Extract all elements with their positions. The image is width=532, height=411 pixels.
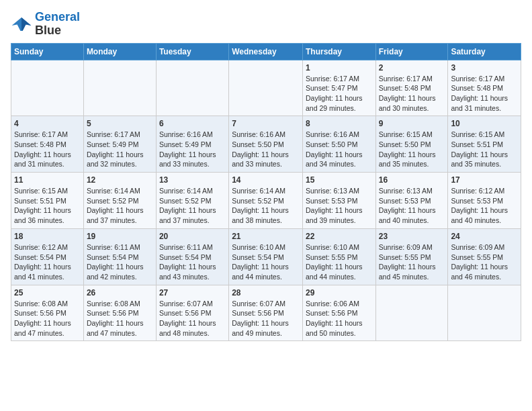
day-info: Sunrise: 6:09 AM Sunset: 5:55 PM Dayligh… (451, 242, 518, 282)
day-info: Sunrise: 6:16 AM Sunset: 5:49 PM Dayligh… (159, 130, 226, 169)
day-info: Sunrise: 6:16 AM Sunset: 5:50 PM Dayligh… (232, 130, 300, 169)
day-info: Sunrise: 6:08 AM Sunset: 5:56 PM Dayligh… (87, 299, 153, 338)
day-number: 9 (379, 119, 445, 128)
calendar-cell: 29Sunrise: 6:06 AM Sunset: 5:56 PM Dayli… (302, 285, 375, 341)
day-number: 12 (87, 175, 153, 185)
week-row-0: 1Sunrise: 6:17 AM Sunset: 5:47 PM Daylig… (11, 60, 521, 116)
week-row-4: 25Sunrise: 6:08 AM Sunset: 5:56 PM Dayli… (11, 285, 521, 341)
calendar-cell: 10Sunrise: 6:15 AM Sunset: 5:51 PM Dayli… (448, 116, 521, 173)
calendar-cell: 17Sunrise: 6:12 AM Sunset: 5:53 PM Dayli… (448, 173, 521, 229)
day-number: 18 (14, 232, 81, 241)
day-info: Sunrise: 6:15 AM Sunset: 5:50 PM Dayligh… (379, 130, 445, 169)
calendar-cell: 28Sunrise: 6:07 AM Sunset: 5:56 PM Dayli… (229, 285, 303, 341)
calendar-cell: 16Sunrise: 6:13 AM Sunset: 5:53 PM Dayli… (375, 173, 448, 229)
day-info: Sunrise: 6:14 AM Sunset: 5:52 PM Dayligh… (232, 186, 300, 226)
day-info: Sunrise: 6:16 AM Sunset: 5:50 PM Dayligh… (306, 130, 373, 169)
day-info: Sunrise: 6:17 AM Sunset: 5:49 PM Dayligh… (87, 130, 153, 169)
day-number: 16 (379, 175, 445, 185)
day-number: 25 (14, 288, 81, 298)
day-number: 22 (306, 232, 373, 241)
calendar-cell (448, 285, 521, 341)
day-number: 19 (87, 232, 153, 241)
day-number: 7 (232, 119, 300, 128)
week-row-2: 11Sunrise: 6:15 AM Sunset: 5:51 PM Dayli… (11, 173, 521, 229)
svg-marker-1 (21, 17, 31, 31)
calendar-cell: 14Sunrise: 6:14 AM Sunset: 5:52 PM Dayli… (229, 173, 303, 229)
day-info: Sunrise: 6:14 AM Sunset: 5:52 PM Dayligh… (87, 186, 153, 226)
calendar-cell: 13Sunrise: 6:14 AM Sunset: 5:52 PM Dayli… (156, 173, 228, 229)
day-info: Sunrise: 6:15 AM Sunset: 5:51 PM Dayligh… (451, 130, 518, 169)
calendar-cell (229, 60, 303, 116)
calendar-cell: 22Sunrise: 6:10 AM Sunset: 5:55 PM Dayli… (302, 228, 375, 285)
day-info: Sunrise: 6:17 AM Sunset: 5:48 PM Dayligh… (14, 130, 81, 169)
day-number: 10 (451, 119, 518, 128)
col-header-thursday: Thursday (302, 43, 375, 60)
week-row-1: 4Sunrise: 6:17 AM Sunset: 5:48 PM Daylig… (11, 116, 521, 173)
calendar-cell: 21Sunrise: 6:10 AM Sunset: 5:54 PM Dayli… (229, 228, 303, 285)
day-number: 26 (87, 288, 153, 298)
calendar-cell: 24Sunrise: 6:09 AM Sunset: 5:55 PM Dayli… (448, 228, 521, 285)
calendar-cell: 26Sunrise: 6:08 AM Sunset: 5:56 PM Dayli… (83, 285, 156, 341)
col-header-tuesday: Tuesday (156, 43, 228, 60)
day-number: 27 (159, 288, 226, 298)
calendar-cell: 8Sunrise: 6:16 AM Sunset: 5:50 PM Daylig… (302, 116, 375, 173)
logo: General Blue (11, 11, 80, 38)
day-number: 5 (87, 119, 153, 128)
calendar-cell: 3Sunrise: 6:17 AM Sunset: 5:48 PM Daylig… (448, 60, 521, 116)
logo-text: General Blue (35, 11, 80, 38)
calendar-cell: 4Sunrise: 6:17 AM Sunset: 5:48 PM Daylig… (11, 116, 84, 173)
day-number: 20 (159, 232, 226, 241)
calendar-cell: 19Sunrise: 6:11 AM Sunset: 5:54 PM Dayli… (83, 228, 156, 285)
calendar-cell: 20Sunrise: 6:11 AM Sunset: 5:54 PM Dayli… (156, 228, 228, 285)
day-info: Sunrise: 6:06 AM Sunset: 5:56 PM Dayligh… (306, 299, 373, 338)
day-number: 23 (379, 232, 445, 241)
calendar-cell: 1Sunrise: 6:17 AM Sunset: 5:47 PM Daylig… (302, 60, 375, 116)
day-number: 21 (232, 232, 300, 241)
day-info: Sunrise: 6:12 AM Sunset: 5:54 PM Dayligh… (14, 242, 81, 282)
day-info: Sunrise: 6:09 AM Sunset: 5:55 PM Dayligh… (379, 242, 445, 282)
calendar-cell: 23Sunrise: 6:09 AM Sunset: 5:55 PM Dayli… (375, 228, 448, 285)
day-info: Sunrise: 6:17 AM Sunset: 5:47 PM Dayligh… (306, 74, 373, 113)
day-info: Sunrise: 6:13 AM Sunset: 5:53 PM Dayligh… (379, 186, 445, 226)
calendar-cell: 18Sunrise: 6:12 AM Sunset: 5:54 PM Dayli… (11, 228, 84, 285)
day-number: 29 (306, 288, 373, 298)
calendar-cell: 5Sunrise: 6:17 AM Sunset: 5:49 PM Daylig… (83, 116, 156, 173)
calendar-table: SundayMondayTuesdayWednesdayThursdayFrid… (11, 43, 521, 342)
day-number: 24 (451, 232, 518, 241)
day-info: Sunrise: 6:11 AM Sunset: 5:54 PM Dayligh… (87, 242, 153, 282)
day-info: Sunrise: 6:17 AM Sunset: 5:48 PM Dayligh… (451, 74, 518, 113)
day-number: 17 (451, 175, 518, 185)
day-number: 13 (159, 175, 226, 185)
calendar-cell (156, 60, 228, 116)
day-number: 8 (306, 119, 373, 128)
day-number: 6 (159, 119, 226, 128)
day-info: Sunrise: 6:11 AM Sunset: 5:54 PM Dayligh… (159, 242, 226, 282)
week-row-3: 18Sunrise: 6:12 AM Sunset: 5:54 PM Dayli… (11, 228, 521, 285)
calendar-cell: 2Sunrise: 6:17 AM Sunset: 5:48 PM Daylig… (375, 60, 448, 116)
day-info: Sunrise: 6:10 AM Sunset: 5:54 PM Dayligh… (232, 242, 300, 282)
day-number: 15 (306, 175, 373, 185)
calendar-cell (11, 60, 84, 116)
col-header-monday: Monday (83, 43, 156, 60)
day-info: Sunrise: 6:10 AM Sunset: 5:55 PM Dayligh… (306, 242, 373, 282)
col-header-friday: Friday (375, 43, 448, 60)
day-number: 14 (232, 175, 300, 185)
day-info: Sunrise: 6:13 AM Sunset: 5:53 PM Dayligh… (306, 186, 373, 226)
col-header-saturday: Saturday (448, 43, 521, 60)
logo-icon (11, 15, 32, 34)
day-number: 11 (14, 175, 81, 185)
day-number: 2 (379, 63, 445, 73)
calendar-cell: 11Sunrise: 6:15 AM Sunset: 5:51 PM Dayli… (11, 173, 84, 229)
calendar-cell (375, 285, 448, 341)
header: General Blue (11, 11, 521, 38)
calendar-cell (83, 60, 156, 116)
day-number: 4 (14, 119, 81, 128)
calendar-cell: 25Sunrise: 6:08 AM Sunset: 5:56 PM Dayli… (11, 285, 84, 341)
day-info: Sunrise: 6:07 AM Sunset: 5:56 PM Dayligh… (232, 299, 300, 338)
day-number: 3 (451, 63, 518, 73)
calendar-cell: 6Sunrise: 6:16 AM Sunset: 5:49 PM Daylig… (156, 116, 228, 173)
day-info: Sunrise: 6:07 AM Sunset: 5:56 PM Dayligh… (159, 299, 226, 338)
day-info: Sunrise: 6:08 AM Sunset: 5:56 PM Dayligh… (14, 299, 81, 338)
calendar-cell: 12Sunrise: 6:14 AM Sunset: 5:52 PM Dayli… (83, 173, 156, 229)
calendar-cell: 7Sunrise: 6:16 AM Sunset: 5:50 PM Daylig… (229, 116, 303, 173)
